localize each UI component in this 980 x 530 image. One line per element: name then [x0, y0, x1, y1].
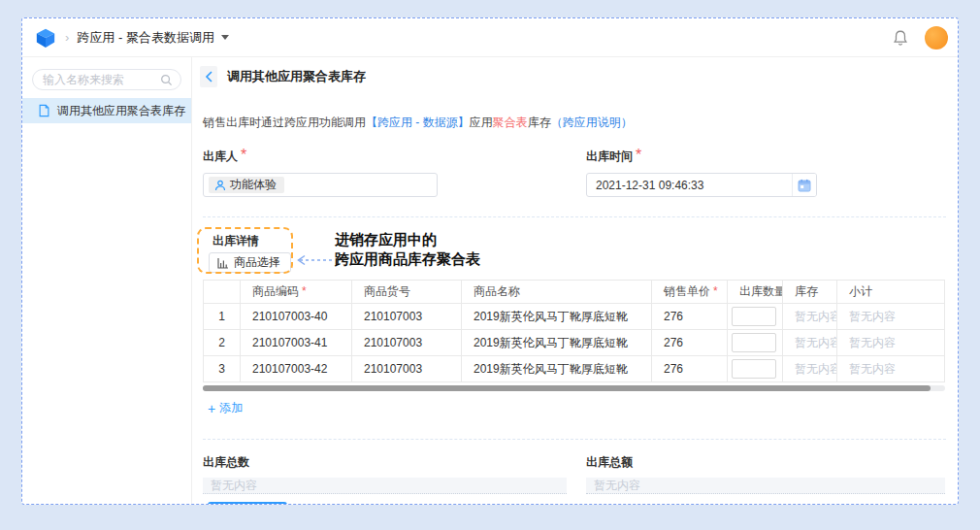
cell-price: 276 [652, 356, 728, 382]
search-icon [160, 74, 173, 86]
user-avatar[interactable] [925, 26, 948, 50]
person-icon [214, 180, 226, 191]
cell-sku: 210107003 [352, 356, 462, 382]
aggregate-table-highlight: 聚合表 [493, 116, 528, 129]
col-header-index [204, 281, 241, 304]
total-amount-input [586, 478, 945, 494]
form-title: 调用其他应用聚合表库存 [227, 68, 366, 85]
qty-input[interactable] [732, 333, 776, 352]
desc-text: 销售出库时通过跨应用功能调用 [203, 116, 366, 129]
field-person: 出库人* 功能体验 [203, 147, 567, 197]
table-header-row: 商品编码* 商品货号 商品名称 销售单价* 出库数量* 库存 小计 [204, 281, 945, 304]
required-mark: * [636, 147, 641, 163]
col-header-qty: 出库数量* [728, 281, 783, 304]
total-amount-label: 出库总额 [586, 455, 633, 469]
total-count-input [203, 478, 567, 494]
member-chip[interactable]: 功能体验 [209, 177, 284, 193]
required-mark: * [713, 284, 718, 298]
col-header-subtotal: 小计 [837, 281, 945, 304]
product-select-button[interactable]: 商品选择 [209, 252, 291, 273]
table-row: 3 210107003-42 210107003 2019新英伦风马丁靴厚底短靴… [204, 356, 945, 382]
qty-input[interactable] [732, 307, 776, 326]
person-member-field[interactable]: 功能体验 [203, 173, 438, 197]
col-header-name: 商品名称 [462, 281, 652, 304]
divider [203, 439, 946, 440]
cell-qty [728, 330, 783, 356]
cell-subtotal: 暂无内容 [837, 330, 945, 356]
desc-text: 库存 [528, 116, 551, 129]
sidebar-item-form[interactable]: 调用其他应用聚合表库存 [22, 98, 191, 123]
annotation-note: 进销存应用中的 跨应用商品库存聚合表 [335, 230, 480, 269]
total-count-label: 出库总数 [203, 455, 249, 469]
col-header-sku: 商品货号 [352, 281, 462, 304]
chevron-down-icon [221, 35, 229, 40]
cell-stock: 暂无内容 [783, 356, 837, 382]
divider [203, 216, 946, 217]
cross-app-help-link[interactable]: （跨应用说明） [551, 116, 633, 129]
product-select-label: 商品选择 [234, 254, 280, 271]
cross-app-datasource-link[interactable]: 【跨应用 - 数据源】 [366, 116, 470, 129]
field-total-amount: 出库总额 [586, 452, 945, 494]
back-button[interactable] [200, 66, 217, 87]
bar-chart-icon [217, 257, 229, 269]
time-field [586, 173, 817, 197]
sidebar: 调用其他应用聚合表库存 [22, 57, 192, 504]
time-input[interactable] [587, 179, 792, 192]
cell-subtotal: 暂无内容 [837, 304, 945, 330]
form-content: 销售出库时通过跨应用功能调用【跨应用 - 数据源】应用聚合表库存（跨应用说明） … [192, 96, 958, 505]
person-field-label: 出库人 [203, 149, 238, 163]
cell-subtotal: 暂无内容 [837, 356, 945, 382]
annotation-line2: 跨应用商品库存聚合表 [335, 249, 480, 269]
notification-bell-icon[interactable] [892, 29, 909, 47]
cell-code: 210107003-42 [241, 356, 352, 382]
body-row: 调用其他应用聚合表库存 调用其他应用聚合表库存 销售出库时通过跨应用功能调用【跨… [22, 57, 958, 504]
detail-section: 出库详情 商品选择 [203, 226, 494, 273]
col-header-price: 销售单价* [652, 281, 728, 304]
form-header: 调用其他应用聚合表库存 [192, 57, 958, 96]
app-logo-cube-icon[interactable] [35, 27, 56, 49]
dashed-arrow-left-icon [294, 254, 335, 266]
col-header-stock: 库存 [783, 281, 837, 304]
cell-stock: 暂无内容 [783, 330, 837, 356]
breadcrumb-separator-icon: › [65, 30, 69, 45]
document-icon [38, 104, 50, 117]
breadcrumb-app-title[interactable]: 跨应用 - 聚合表数据调用 [77, 29, 229, 47]
required-mark: * [302, 284, 307, 298]
cell-code: 210107003-40 [241, 304, 352, 330]
product-table: 商品编码* 商品货号 商品名称 销售单价* 出库数量* 库存 小计 1 2101 [203, 280, 945, 382]
plus-icon: + [208, 401, 215, 416]
field-row: 出库人* 功能体验 出库时间* [203, 147, 946, 197]
topbar: › 跨应用 - 聚合表数据调用 [22, 18, 958, 57]
cell-name: 2019新英伦风马丁靴厚底短靴 [462, 304, 652, 330]
qty-input[interactable] [732, 359, 776, 379]
add-row-label: 添加 [219, 400, 243, 416]
cell-price: 276 [652, 304, 728, 330]
member-chip-label: 功能体验 [230, 177, 277, 193]
desc-text: 应用 [470, 116, 493, 129]
search-input[interactable] [43, 73, 160, 86]
cell-sku: 210107003 [352, 304, 462, 330]
field-total-count: 出库总数 [203, 452, 567, 494]
cell-stock: 暂无内容 [783, 304, 837, 330]
breadcrumb-app-label: 跨应用 - 聚合表数据调用 [77, 29, 214, 47]
calendar-button[interactable] [792, 174, 816, 196]
scrollbar-thumb[interactable] [203, 385, 931, 391]
add-row-button[interactable]: + 添加 [208, 400, 243, 416]
submit-button[interactable]: 提交 [208, 502, 287, 506]
sidebar-item-label: 调用其他应用聚合表库存 [57, 103, 185, 119]
cell-name: 2019新英伦风马丁靴厚底短靴 [462, 330, 652, 356]
table-row: 2 210107003-41 210107003 2019新英伦风马丁靴厚底短靴… [204, 330, 945, 356]
cell-index: 1 [204, 304, 241, 330]
chevron-left-icon [205, 71, 213, 83]
cell-index: 3 [204, 356, 241, 382]
cell-qty [728, 304, 783, 330]
cell-qty [728, 356, 783, 382]
table-row: 1 210107003-40 210107003 2019新英伦风马丁靴厚底短靴… [204, 304, 945, 330]
col-header-code: 商品编码* [241, 281, 352, 304]
field-time: 出库时间* [586, 147, 945, 197]
cell-price: 276 [652, 330, 728, 356]
horizontal-scrollbar [203, 385, 945, 391]
app-window: › 跨应用 - 聚合表数据调用 [21, 17, 959, 505]
annotation-line1: 进销存应用中的 [335, 230, 480, 249]
cell-sku: 210107003 [352, 330, 462, 356]
